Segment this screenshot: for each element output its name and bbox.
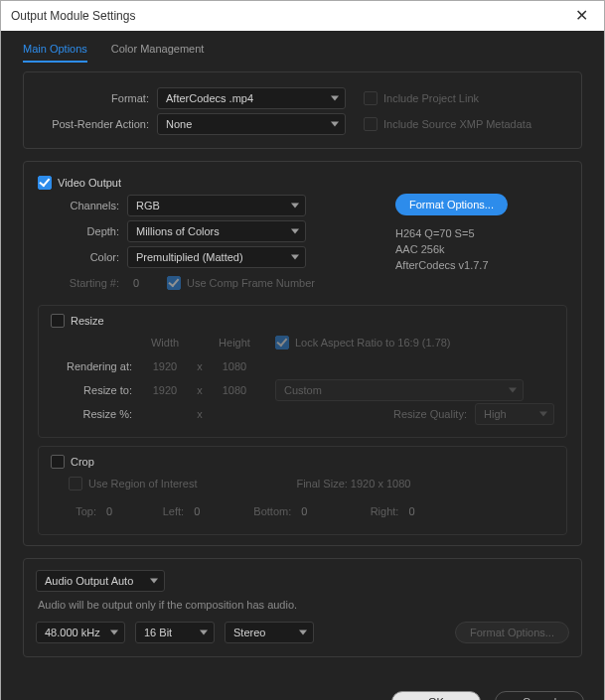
chevron-down-icon <box>291 255 299 260</box>
height-header: Height <box>210 337 259 349</box>
resize-panel: Resize Width Height Lock Aspect Ratio to… <box>38 305 567 438</box>
audio-bit-depth-select[interactable]: 16 Bit <box>135 622 215 643</box>
rendering-width: 1920 <box>140 360 190 372</box>
resize-quality-select: High <box>475 403 554 425</box>
format-label: Format: <box>38 92 157 104</box>
audio-bit-depth-value: 16 Bit <box>144 627 172 638</box>
close-icon[interactable]: ✕ <box>567 4 596 28</box>
video-output-label: Video Output <box>58 177 121 189</box>
chevron-down-icon <box>200 630 208 635</box>
times-icon: x <box>190 384 210 396</box>
include-xmp-checkbox <box>364 117 378 131</box>
audio-sample-rate-select[interactable]: 48.000 kHz <box>36 622 125 643</box>
resize-checkbox[interactable] <box>51 314 65 328</box>
resize-label: Resize <box>71 315 104 327</box>
output-module-settings-dialog: Output Module Settings ✕ Main Options Co… <box>0 0 605 700</box>
width-header: Width <box>140 337 190 349</box>
cancel-button[interactable]: Cancel <box>495 691 584 700</box>
lock-aspect-checkbox <box>275 336 289 350</box>
color-value: Premultiplied (Matted) <box>136 251 243 263</box>
resize-to-height: 1080 <box>210 384 259 396</box>
chevron-down-icon <box>299 630 307 635</box>
include-xmp-label: Include Source XMP Metadata <box>383 118 531 130</box>
resize-quality-label: Resize Quality: <box>393 408 475 420</box>
audio-output-mode-select[interactable]: Audio Output Auto <box>36 570 165 592</box>
use-roi-label: Use Region of Interest <box>88 478 197 490</box>
times-icon: x <box>190 408 210 420</box>
audio-channels-value: Stereo <box>233 627 265 638</box>
resize-quality-value: High <box>484 408 507 420</box>
resize-preset-value: Custom <box>284 384 322 396</box>
post-render-action-label: Post-Render Action: <box>38 118 157 130</box>
crop-top-label: Top: <box>55 505 100 517</box>
use-roi-checkbox <box>69 477 82 490</box>
audio-sample-rate-value: 48.000 kHz <box>45 627 100 638</box>
audio-output-mode-value: Audio Output Auto <box>45 575 133 587</box>
channels-select[interactable]: RGB <box>127 195 306 216</box>
crop-panel: Crop Use Region of Interest Final Size: … <box>38 446 567 535</box>
audio-panel: Audio Output Auto Audio will be output o… <box>23 558 582 657</box>
crop-right-label: Right: <box>313 505 402 517</box>
crop-right-value: 0 <box>402 505 420 517</box>
titlebar: Output Module Settings ✕ <box>1 1 604 31</box>
format-select[interactable]: AfterCodecs .mp4 <box>157 87 346 109</box>
format-panel: Format: AfterCodecs .mp4 Include Project… <box>23 71 582 149</box>
times-icon: x <box>190 360 210 372</box>
chevron-down-icon <box>539 412 547 417</box>
codec-info-video: H264 Q=70 S=5 <box>395 225 567 241</box>
channels-label: Channels: <box>38 200 127 211</box>
crop-top-value: 0 <box>100 505 118 517</box>
post-render-action-select[interactable]: None <box>157 113 346 135</box>
format-value: AfterCodecs .mp4 <box>166 92 253 104</box>
channels-value: RGB <box>136 200 160 211</box>
rendering-height: 1080 <box>210 360 259 372</box>
ok-label: OK <box>428 696 444 700</box>
crop-bottom-value: 0 <box>295 505 313 517</box>
codec-info-version: AfterCodecs v1.7.7 <box>395 257 567 273</box>
ok-button[interactable]: OK <box>391 691 481 700</box>
include-project-link-label: Include Project Link <box>383 92 479 104</box>
lock-aspect-label: Lock Aspect Ratio to 16:9 (1.78) <box>295 337 451 349</box>
depth-select[interactable]: Millions of Colors <box>127 220 306 242</box>
depth-label: Depth: <box>38 225 127 237</box>
tab-bar: Main Options Color Management <box>1 31 604 64</box>
chevron-down-icon <box>291 204 299 209</box>
use-comp-frame-label: Use Comp Frame Number <box>187 277 315 289</box>
depth-value: Millions of Colors <box>136 225 220 237</box>
window-title: Output Module Settings <box>11 9 135 23</box>
audio-channels-select[interactable]: Stereo <box>225 622 314 643</box>
crop-bottom-label: Bottom: <box>206 505 295 517</box>
crop-checkbox[interactable] <box>51 455 65 469</box>
resize-to-label: Resize to: <box>51 384 140 396</box>
chevron-down-icon <box>150 579 158 584</box>
chevron-down-icon <box>331 122 339 127</box>
starting-number-label: Starting #: <box>38 277 127 289</box>
resize-pct-label: Resize %: <box>51 408 140 420</box>
post-render-action-value: None <box>166 118 192 130</box>
starting-number-value: 0 <box>127 277 167 289</box>
chevron-down-icon <box>509 388 517 393</box>
tab-main-options[interactable]: Main Options <box>23 43 87 63</box>
dialog-footer: OK Cancel <box>1 681 604 700</box>
audio-format-options-button: Format Options... <box>455 622 569 643</box>
audio-hint: Audio will be output only if the composi… <box>38 599 569 611</box>
include-project-link-checkbox <box>364 91 378 105</box>
rendering-at-label: Rendering at: <box>51 360 140 372</box>
resize-to-width: 1920 <box>140 384 190 396</box>
crop-left-label: Left: <box>118 505 188 517</box>
crop-label: Crop <box>71 456 94 468</box>
video-format-options-button[interactable]: Format Options... <box>395 194 508 215</box>
final-size-label: Final Size: 1920 x 1080 <box>296 478 410 490</box>
color-label: Color: <box>38 251 127 263</box>
codec-info-audio: AAC 256k <box>395 241 567 257</box>
resize-preset-select: Custom <box>275 379 524 401</box>
use-comp-frame-checkbox <box>167 276 181 290</box>
crop-left-value: 0 <box>188 505 206 517</box>
color-select[interactable]: Premultiplied (Matted) <box>127 246 306 268</box>
chevron-down-icon <box>291 229 299 234</box>
video-output-checkbox[interactable] <box>38 176 52 190</box>
video-output-panel: Video Output Channels: RGB Depth: <box>23 161 582 546</box>
chevron-down-icon <box>331 96 339 101</box>
chevron-down-icon <box>110 630 118 635</box>
tab-color-management[interactable]: Color Management <box>111 43 205 63</box>
